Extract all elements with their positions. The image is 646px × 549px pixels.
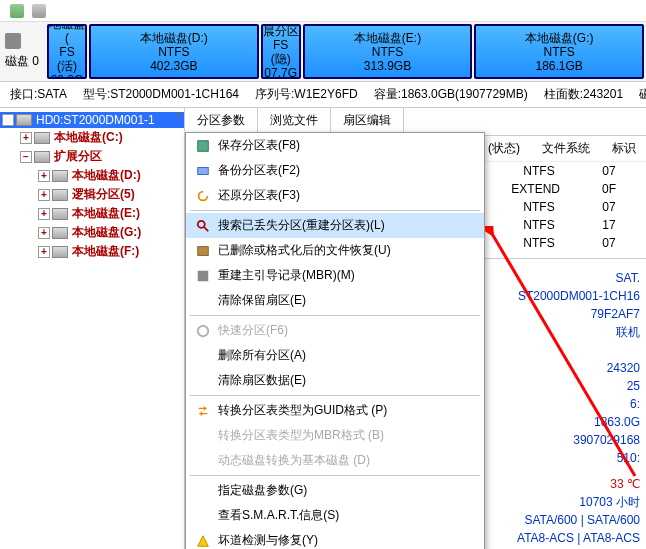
tree-item[interactable]: +本地磁盘(C:) (0, 128, 184, 147)
blank-icon (192, 348, 214, 364)
partition-block[interactable]: 本地磁盘(D:)NTFS402.3GB (89, 24, 259, 79)
col-header: 文件系统 (542, 140, 590, 157)
drive-icon (34, 151, 50, 163)
mbr-icon (192, 268, 214, 284)
menu-item[interactable]: 查看S.M.A.R.T.信息(S) (186, 503, 484, 528)
info-heads: 磁头数 (639, 86, 646, 103)
disk-strip: 磁盘 0 地磁盘(FS (活)00.0G本地磁盘(D:)NTFS402.3GB晨… (0, 22, 646, 82)
menu-label: 坏道检测与修复(Y) (218, 532, 318, 549)
expand-icon[interactable]: + (38, 227, 50, 239)
disk-index-label: 磁盘 0 (5, 53, 39, 70)
expand-icon[interactable]: + (38, 170, 50, 182)
id-cell: 07 (588, 164, 630, 178)
partition-block[interactable]: 地磁盘(FS (活)00.0G (47, 24, 87, 79)
tree-item[interactable]: +本地磁盘(F:) (0, 242, 184, 261)
disk-graphic-icon (5, 33, 21, 49)
col-header: (状态) (488, 140, 520, 157)
menu-item[interactable]: 还原分区表(F3) (186, 183, 484, 208)
drive-icon (52, 246, 68, 258)
menu-item[interactable]: 已删除或格式化后的文件恢复(U) (186, 238, 484, 263)
menu-item[interactable]: 删除所有分区(A) (186, 343, 484, 368)
disk-info-bar: 接口:SATA 型号:ST2000DM001-1CH164 序列号:W1E2Y6… (0, 82, 646, 108)
menu-separator (190, 475, 480, 476)
disk-icon[interactable] (32, 4, 46, 18)
expand-icon[interactable] (10, 4, 24, 18)
fs-cell: NTFS (518, 200, 560, 214)
menu-label: 查看S.M.A.R.T.信息(S) (218, 507, 339, 524)
menu-label: 保存分区表(F8) (218, 137, 300, 154)
tree-item[interactable]: +本地磁盘(E:) (0, 204, 184, 223)
tree-label: 逻辑分区(5) (72, 186, 135, 203)
temperature: 33 ℃ (610, 477, 640, 491)
svg-rect-5 (198, 270, 209, 281)
info-model: 型号:ST2000DM001-1CH164 (83, 86, 239, 103)
tree-root-label: HD0:ST2000DM001-1 (36, 113, 155, 127)
blank-icon (192, 293, 214, 309)
tab[interactable]: 扇区编辑 (331, 108, 404, 135)
tree-panel: × − HD0:ST2000DM001-1 +本地磁盘(C:)−扩展分区+本地磁… (0, 108, 185, 549)
partition-block[interactable]: 晨分区FS (隐)07.7G (261, 24, 301, 79)
svg-line-3 (204, 226, 208, 230)
tab[interactable]: 分区参数 (185, 108, 258, 135)
tree-item[interactable]: +逻辑分区(5) (0, 185, 184, 204)
svg-point-6 (198, 325, 209, 336)
info-cylinders: 柱面数:243201 (544, 86, 623, 103)
tree-close-icon[interactable]: × (175, 108, 182, 122)
menu-item[interactable]: 坏道检测与修复(Y) (186, 528, 484, 549)
menu-item[interactable]: 清除扇区数据(E) (186, 368, 484, 393)
expand-icon[interactable]: + (38, 208, 50, 220)
menu-item[interactable]: 清除保留扇区(E) (186, 288, 484, 313)
fs-cell: NTFS (518, 236, 560, 250)
tree-item[interactable]: +本地磁盘(G:) (0, 223, 184, 242)
menu-item[interactable]: 备份分区表(F2) (186, 158, 484, 183)
partition-block[interactable]: 本地磁盘(G:)NTFS186.1GB (474, 24, 644, 79)
bad-icon (192, 533, 214, 549)
menu-item: 转换分区表类型为MBR格式 (B) (186, 423, 484, 448)
fs-cell: NTFS (518, 164, 560, 178)
partition-block[interactable]: 本地磁盘(E:)NTFS313.9GB (303, 24, 473, 79)
blank-icon (192, 508, 214, 524)
svg-rect-4 (198, 246, 209, 255)
tree-item[interactable]: −扩展分区 (0, 147, 184, 166)
disk-partitions: 地磁盘(FS (活)00.0G本地磁盘(D:)NTFS402.3GB晨分区FS … (45, 22, 646, 81)
menu-label: 清除扇区数据(E) (218, 372, 306, 389)
info-interface: 接口:SATA (10, 86, 67, 103)
drive-icon (52, 208, 68, 220)
context-menu: 保存分区表(F8)备份分区表(F2)还原分区表(F3)搜索已丢失分区(重建分区表… (185, 132, 485, 549)
menu-item: 快速分区(F6) (186, 318, 484, 343)
blank-icon (192, 428, 214, 444)
recover-icon (192, 243, 214, 259)
blank-icon (192, 453, 214, 469)
expand-icon[interactable]: + (38, 189, 50, 201)
tree-item[interactable]: +本地磁盘(D:) (0, 166, 184, 185)
disk-label: 磁盘 0 (0, 22, 45, 81)
menu-separator (190, 395, 480, 396)
tab[interactable]: 浏览文件 (258, 108, 331, 135)
tree-label: 本地磁盘(D:) (72, 167, 141, 184)
id-cell: 0F (588, 182, 630, 196)
menu-label: 转换分区表类型为MBR格式 (B) (218, 427, 384, 444)
menu-item[interactable]: 保存分区表(F8) (186, 133, 484, 158)
svg-rect-0 (198, 140, 209, 151)
menu-item[interactable]: 搜索已丢失分区(重建分区表)(L) (186, 213, 484, 238)
col-header: 标识 (612, 140, 636, 157)
menu-item[interactable]: 指定磁盘参数(G) (186, 478, 484, 503)
expand-icon[interactable]: + (20, 132, 32, 144)
search-icon (192, 218, 214, 234)
collapse-icon[interactable]: − (20, 151, 32, 163)
tree-label: 扩展分区 (54, 148, 102, 165)
tree-root[interactable]: − HD0:ST2000DM001-1 (0, 112, 184, 128)
blank-icon (192, 373, 214, 389)
menu-label: 转换分区表类型为GUID格式 (P) (218, 402, 387, 419)
menu-item[interactable]: 转换分区表类型为GUID格式 (P) (186, 398, 484, 423)
expand-icon[interactable]: + (38, 246, 50, 258)
info-serial: 序列号:W1E2Y6FD (255, 86, 358, 103)
menu-item: 动态磁盘转换为基本磁盘 (D) (186, 448, 484, 473)
fs-cell: NTFS (518, 218, 560, 232)
convert-icon (192, 403, 214, 419)
tree-label: 本地磁盘(C:) (54, 129, 123, 146)
menu-item[interactable]: 重建主引导记录(MBR)(M) (186, 263, 484, 288)
collapse-icon[interactable]: − (2, 114, 14, 126)
menu-label: 快速分区(F6) (218, 322, 288, 339)
toolbar (0, 0, 646, 22)
